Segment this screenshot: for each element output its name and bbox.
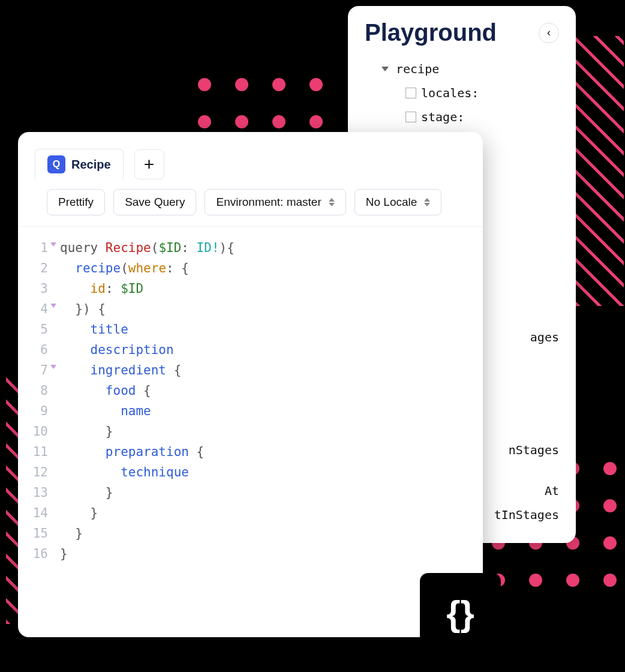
code-content: }) { [54,299,106,319]
prettify-button[interactable]: Prettify [47,189,105,215]
sort-icon [329,198,335,206]
code-content: query Recipe($ID: ID!){ [54,238,235,258]
line-number: 6 [18,340,54,360]
tree-node-stage[interactable]: stage: [365,105,559,129]
code-content: name [54,401,151,421]
editor-toolbar: Prettify Save Query Environment: master … [18,179,483,227]
code-content: recipe(where: { [54,258,189,278]
tree-label: recipe [396,57,439,81]
line-number: 5 [18,319,54,340]
checkbox-icon[interactable] [405,112,416,122]
line-number: 10 [18,421,54,442]
code-content: } [54,503,98,523]
code-line[interactable]: 13 } [18,482,483,503]
braces-badge: {} [420,573,501,654]
line-number: 12 [18,462,54,482]
code-content: title [54,319,128,340]
tab-bar: Q Recipe + [18,132,483,179]
code-content: ingredient { [54,360,181,380]
fold-caret-icon[interactable] [50,242,56,247]
code-editor[interactable]: 1query Recipe($ID: ID!){2 recipe(where: … [18,227,483,637]
editor-panel: Q Recipe + Prettify Save Query Environme… [18,132,483,637]
braces-icon: {} [446,593,474,634]
tree-node-recipe[interactable]: recipe [365,57,559,81]
code-line[interactable]: 7 ingredient { [18,360,483,380]
line-number: 2 [18,258,54,278]
code-line[interactable]: 10 } [18,421,483,442]
locale-select[interactable]: No Locale [354,189,442,215]
tree-node-fragment: nStages [509,443,559,457]
code-content: description [54,340,174,360]
line-number: 9 [18,401,54,421]
tab-label: Recipe [71,158,111,172]
line-number: 4 [18,299,54,319]
line-number: 7 [18,360,54,380]
button-label: Save Query [125,196,185,209]
line-number: 3 [18,278,54,299]
code-line[interactable]: 12 technique [18,462,483,482]
line-number: 16 [18,544,54,564]
button-label: Prettify [58,196,94,209]
tab-recipe[interactable]: Q Recipe [35,149,124,179]
schema-tree: recipe locales: stage: [365,57,559,129]
code-line[interactable]: 11 preparation { [18,442,483,462]
checkbox-icon[interactable] [405,88,416,98]
tree-label: locales: [421,81,479,105]
code-line[interactable]: 14 } [18,503,483,523]
code-line[interactable]: 5 title [18,319,483,340]
line-number: 8 [18,380,54,401]
tree-node-locales[interactable]: locales: [365,81,559,105]
line-number: 13 [18,482,54,503]
code-line[interactable]: 2 recipe(where: { [18,258,483,278]
line-number: 11 [18,442,54,462]
code-line[interactable]: 15 } [18,523,483,544]
tree-node-fragment: ages [530,330,559,344]
code-line[interactable]: 8 food { [18,380,483,401]
caret-down-icon [381,67,389,71]
code-line[interactable]: 1query Recipe($ID: ID!){ [18,238,483,258]
code-content: id: $ID [54,278,143,299]
collapse-button[interactable]: ‹ [539,23,559,43]
code-content: technique [54,462,189,482]
decorative-stripes-top [576,36,624,306]
code-line[interactable]: 16} [18,544,483,564]
code-content: } [54,421,113,442]
query-badge-icon: Q [47,155,65,173]
code-content: } [54,482,113,503]
tree-label: stage: [421,105,464,129]
playground-title: Playground [365,19,497,46]
save-query-button[interactable]: Save Query [113,189,196,215]
tree-node-fragment: tInStages [494,508,559,522]
code-content: } [54,544,68,564]
fold-caret-icon[interactable] [50,365,56,369]
fold-caret-icon[interactable] [50,304,56,308]
button-label: Environment: master [216,196,321,209]
plus-icon: + [144,154,155,175]
code-line[interactable]: 9 name [18,401,483,421]
add-tab-button[interactable]: + [134,149,164,179]
code-content: preparation { [54,442,204,462]
line-number: 1 [18,238,54,258]
code-content: } [54,523,83,544]
button-label: No Locale [366,196,417,209]
chevron-left-icon: ‹ [547,26,551,39]
code-line[interactable]: 6 description [18,340,483,360]
code-content: food { [54,380,151,401]
code-line[interactable]: 4 }) { [18,299,483,319]
code-line[interactable]: 3 id: $ID [18,278,483,299]
tree-node-fragment: At [545,484,559,498]
line-number: 14 [18,503,54,523]
line-number: 15 [18,523,54,544]
environment-select[interactable]: Environment: master [205,189,345,215]
decorative-dots-top [198,78,323,128]
sort-icon [424,198,430,206]
